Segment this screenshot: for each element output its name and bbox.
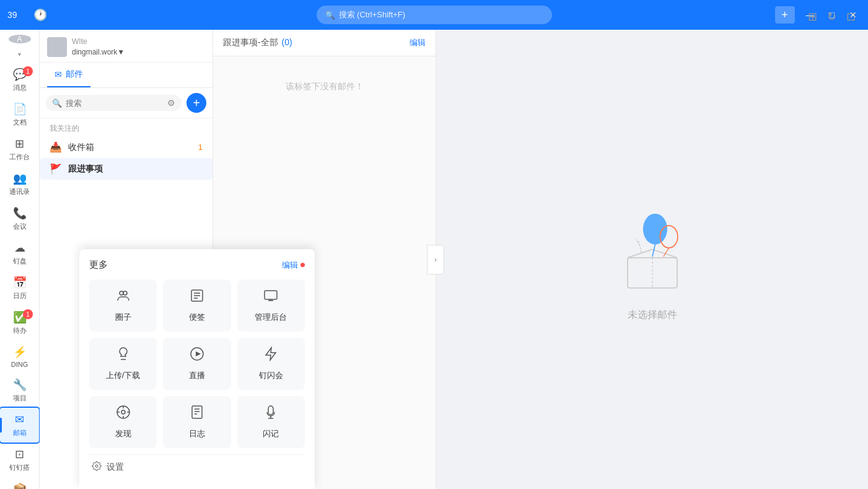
sidebar-item-dingdang[interactable]: ⊡ 钉钉搭 <box>0 443 39 477</box>
sidebar-item-messages[interactable]: 💬 消息 1 <box>0 63 39 97</box>
journal-label: 日志 <box>189 428 205 439</box>
no-email-selected-text: 未选择邮件 <box>628 309 677 322</box>
popup-item-sticky[interactable]: 便签 <box>163 280 230 332</box>
popup-item-flash[interactable]: 钉闪会 <box>237 338 305 390</box>
admin-icon <box>263 288 278 307</box>
sidebar-label-todo: 待办 <box>13 326 27 335</box>
filter-icon[interactable]: ⚙ <box>167 98 175 108</box>
sidebar-label-ding: DING <box>11 361 28 368</box>
messages-badge: 1 <box>23 66 33 76</box>
popup-item-journal[interactable]: 日志 <box>163 396 230 448</box>
svg-point-25 <box>95 465 98 467</box>
more-popup-title: 更多 <box>89 259 108 271</box>
folder-followup[interactable]: 🚩 跟进事项 <box>40 158 213 180</box>
sidebar-item-email[interactable]: ✉ 邮箱 <box>0 408 39 443</box>
sidebar-label-project: 项目 <box>13 394 27 403</box>
todo-badge: 1 <box>23 309 33 319</box>
settings-label: 设置 <box>107 462 124 473</box>
docs-icon: 📄 <box>13 102 27 116</box>
sidebar: A ▾ 💬 消息 1 📄 文档 ⊞ 工作台 👥 通讯录 📞 会议 <box>0 30 40 489</box>
grid-icon[interactable]: ⊞ <box>808 10 817 24</box>
mail-list-count: (0) <box>282 37 292 47</box>
sidebar-item-todo[interactable]: ✅ 待办 1 <box>0 306 39 340</box>
ding-icon: ⚡ <box>13 345 27 359</box>
avatar-dropdown-icon[interactable]: ▾ <box>18 51 21 58</box>
dingpan-icon: ☁ <box>14 241 25 255</box>
svg-point-28 <box>642 214 667 245</box>
account-domain[interactable]: dingmail.work▼ <box>72 48 125 56</box>
settings-icon <box>92 461 102 473</box>
sidebar-item-calendar[interactable]: 📅 日历 <box>0 271 39 306</box>
svg-marker-12 <box>266 348 276 360</box>
popup-item-discover[interactable]: 发现 <box>89 396 157 448</box>
avatar[interactable]: A <box>9 35 31 43</box>
contacts-icon: 👥 <box>13 172 27 185</box>
flash-note-label: 闪记 <box>263 428 279 439</box>
settings-row[interactable]: 设置 <box>89 454 305 479</box>
search-input[interactable] <box>66 99 164 108</box>
upload-icon <box>116 346 131 365</box>
sidebar-item-contacts[interactable]: 👥 通讯录 <box>0 167 39 201</box>
new-button[interactable]: + <box>775 6 795 24</box>
sidebar-label-docs: 文档 <box>13 118 27 127</box>
sidebar-item-meeting[interactable]: 📞 会议 <box>0 201 39 236</box>
popup-item-admin[interactable]: 管理后台 <box>237 280 305 332</box>
svg-point-1 <box>123 291 127 295</box>
sidebar-item-dingpan[interactable]: ☁ 钉盘 <box>0 236 39 271</box>
collapse-button[interactable]: › <box>427 245 444 275</box>
email-account-header: WIte dingmail.work▼ <box>40 30 213 63</box>
svg-line-31 <box>663 248 669 257</box>
mail-list-edit-btn[interactable]: 编辑 <box>410 37 426 48</box>
layout-icon[interactable]: ⊡ <box>846 10 856 24</box>
email-tab-label: 邮件 <box>66 69 83 80</box>
sidebar-label-workspace: 工作台 <box>9 152 30 162</box>
sticky-icon <box>190 288 204 307</box>
detail-toolbar: ⊞ ↻ ⊡ <box>808 10 856 24</box>
svg-line-33 <box>636 239 640 247</box>
titlebar-search[interactable]: 🔍 搜索 (Ctrl+Shift+F) <box>317 6 552 24</box>
mail-list-title: 跟进事项-全部 (0) <box>223 37 292 48</box>
svg-rect-19 <box>192 406 202 418</box>
inbox-count: 1 <box>198 143 203 152</box>
popup-item-flash-note[interactable]: 闪记 <box>237 396 305 448</box>
meeting-icon: 📞 <box>13 206 27 220</box>
section-label: 我关注的 <box>40 118 213 136</box>
refresh-icon[interactable]: ↻ <box>827 10 836 24</box>
circle-label: 圈子 <box>115 312 131 323</box>
sidebar-item-project[interactable]: 🔧 项目 <box>0 373 39 408</box>
calendar-icon: 📅 <box>13 276 27 289</box>
tab-email[interactable]: ✉ 邮件 <box>47 63 90 87</box>
sidebar-label-dingdang: 钉钉搭 <box>9 463 30 472</box>
sidebar-item-favorites[interactable]: 📦 收藏 <box>0 477 39 489</box>
upload-label: 上传/下载 <box>106 370 141 381</box>
inbox-icon: 📥 <box>50 141 62 153</box>
sidebar-item-ding[interactable]: ⚡ DING <box>0 340 39 373</box>
add-button[interactable]: + <box>186 93 206 113</box>
history-icon[interactable]: 🕐 <box>33 8 47 22</box>
popup-item-live[interactable]: 直播 <box>163 338 230 390</box>
sidebar-label-meeting: 会议 <box>13 222 27 231</box>
email-tab-icon: ✉ <box>55 69 62 79</box>
dingdang-icon: ⊡ <box>15 447 24 461</box>
sidebar-item-docs[interactable]: 📄 文档 <box>0 97 39 132</box>
email-panel: WIte dingmail.work▼ ✉ 邮件 🔍 ⚙ + 我关注的 📥 <box>40 30 213 489</box>
popup-item-circle[interactable]: 圈子 <box>89 280 157 332</box>
account-avatar <box>47 37 67 57</box>
sidebar-item-workspace[interactable]: ⊞ 工作台 <box>0 132 39 167</box>
titlebar: 39 🕐 🔍 搜索 (Ctrl+Shift+F) + — □ ✕ <box>0 0 868 30</box>
account-info: WIte dingmail.work▼ <box>72 37 205 57</box>
sidebar-label-messages: 消息 <box>13 83 27 92</box>
tab-bar: ✉ 邮件 <box>40 63 213 88</box>
folder-inbox[interactable]: 📥 收件箱 1 <box>40 136 213 158</box>
mail-detail-panel: 未选择邮件 ⊞ ↻ ⊡ <box>436 30 868 489</box>
more-popup-edit[interactable]: 编辑 <box>282 260 305 271</box>
more-popup-header: 更多 编辑 <box>89 259 305 271</box>
search-icon: 🔍 <box>325 11 335 20</box>
search-bar: 🔍 ⚙ + <box>40 88 213 118</box>
mail-list-header: 跟进事项-全部 (0) 编辑 <box>213 30 436 56</box>
inbox-label: 收件箱 <box>68 142 192 153</box>
favorites-icon: 📦 <box>13 482 27 489</box>
journal-icon <box>190 405 204 423</box>
popup-item-upload[interactable]: 上传/下载 <box>89 338 157 390</box>
search-bar-icon: 🔍 <box>52 99 62 108</box>
